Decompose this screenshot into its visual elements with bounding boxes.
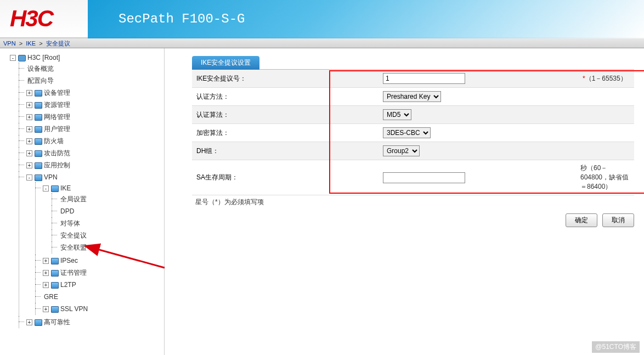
folder-icon <box>51 282 59 289</box>
crumb-vpn[interactable]: VPN <box>3 40 16 47</box>
root-icon <box>18 55 26 61</box>
nav-vpn[interactable]: VPN <box>44 173 58 181</box>
tree-root[interactable]: H3C [Root] <box>27 54 60 61</box>
expand-icon[interactable]: + <box>43 258 49 264</box>
expand-icon[interactable]: + <box>26 126 32 132</box>
nav-wizard[interactable]: 配置向导 <box>26 77 54 84</box>
nav-resource[interactable]: 资源管理 <box>44 101 70 109</box>
nav-firewall[interactable]: 防火墙 <box>44 137 64 145</box>
expand-icon[interactable]: + <box>26 138 32 144</box>
folder-icon <box>35 102 42 109</box>
expand-icon[interactable]: + <box>43 306 49 312</box>
label-sa-lifetime: SA生存周期： <box>192 160 379 195</box>
svg-line-1 <box>85 246 165 268</box>
expand-icon[interactable]: + <box>43 270 49 276</box>
nav-ike-dpd[interactable]: DPD <box>59 207 74 215</box>
folder-icon <box>35 162 42 169</box>
folder-icon <box>35 150 42 157</box>
folder-icon <box>35 138 42 145</box>
input-sa-lifetime[interactable] <box>383 172 465 183</box>
crumb-proposal[interactable]: 安全提议 <box>46 40 70 47</box>
collapse-icon[interactable]: - <box>43 185 49 191</box>
expand-icon[interactable]: + <box>43 282 49 288</box>
nav-ike[interactable]: IKE <box>60 184 71 192</box>
ok-button[interactable]: 确定 <box>566 213 597 227</box>
expand-icon[interactable]: + <box>26 102 32 108</box>
expand-icon[interactable]: + <box>26 114 32 120</box>
nav-tree: -H3C [Root] 设备概览 配置向导 +设备管理 +资源管理 +网络管理 … <box>0 48 165 355</box>
expand-icon[interactable]: + <box>26 90 32 96</box>
watermark: @51CTO博客 <box>592 341 640 353</box>
label-enc-algo: 加密算法： <box>192 124 379 142</box>
folder-icon <box>35 319 42 326</box>
label-auth-method: 认证方法： <box>192 88 379 106</box>
form-table: IKE安全提议号： *（1－65535） 认证方法： Preshared Key… <box>192 69 634 195</box>
arrow-annotation <box>77 240 170 273</box>
nav-ha[interactable]: 高可靠性 <box>44 318 70 326</box>
nav-ipsec[interactable]: IPSec <box>60 257 78 264</box>
folder-icon <box>51 306 59 313</box>
header: H3C SecPath F100-S-G <box>0 0 644 38</box>
select-dh-group[interactable]: Group2 <box>383 145 420 156</box>
required-note: 星号（*）为必须填写项 <box>192 195 634 209</box>
hint-sa-lifetime: 秒（60－604800，缺省值＝86400） <box>580 164 629 190</box>
hint-proposal-no: （1－65535） <box>585 75 627 82</box>
nav-ike-peer[interactable]: 对等体 <box>59 219 80 227</box>
select-auth-algo[interactable]: MD5 <box>383 109 411 120</box>
nav-appctrl[interactable]: 应用控制 <box>44 161 70 169</box>
nav-sslvpn[interactable]: SSL VPN <box>60 305 88 313</box>
expand-icon[interactable]: + <box>26 150 32 156</box>
select-enc-algo[interactable]: 3DES-CBC <box>383 127 431 138</box>
select-auth-method[interactable]: Preshared Key <box>383 91 441 102</box>
folder-icon <box>35 174 42 181</box>
collapse-icon[interactable]: - <box>26 174 32 181</box>
nav-network[interactable]: 网络管理 <box>44 113 70 121</box>
product-name: SecPath F100-S-G <box>118 12 245 26</box>
label-auth-algo: 认证算法： <box>192 106 379 124</box>
nav-device[interactable]: 设备管理 <box>44 89 70 97</box>
tab-ike-proposal[interactable]: IKE安全提议设置 <box>192 56 259 70</box>
logo: H3C <box>10 5 53 32</box>
folder-icon <box>35 114 42 121</box>
expand-icon[interactable]: + <box>26 319 32 325</box>
nav-gre[interactable]: GRE <box>43 293 58 301</box>
folder-icon <box>35 90 42 97</box>
nav-ike-proposal[interactable]: 安全提议 <box>59 232 87 239</box>
nav-user[interactable]: 用户管理 <box>44 125 70 133</box>
nav-ike-global[interactable]: 全局设置 <box>59 195 87 203</box>
folder-icon <box>51 258 59 264</box>
input-proposal-no[interactable] <box>383 73 465 84</box>
cancel-button[interactable]: 取消 <box>602 213 634 227</box>
crumb-ike[interactable]: IKE <box>26 40 36 47</box>
main-panel: IKE安全提议设置 IKE安全提议号： *（1－65535） 认证方法： Pre… <box>165 48 644 355</box>
nav-attack[interactable]: 攻击防范 <box>44 149 70 157</box>
folder-icon <box>35 126 42 133</box>
label-dh-group: DH组： <box>192 142 379 160</box>
nav-overview[interactable]: 设备概览 <box>26 65 54 72</box>
expand-icon[interactable]: + <box>26 162 32 168</box>
label-proposal-no: IKE安全提议号： <box>192 70 379 88</box>
nav-l2tp[interactable]: L2TP <box>60 281 76 289</box>
breadcrumb: VPN > IKE > 安全提议 <box>0 38 644 48</box>
folder-icon <box>51 270 59 277</box>
folder-icon <box>51 185 59 192</box>
collapse-icon[interactable]: - <box>10 55 16 61</box>
